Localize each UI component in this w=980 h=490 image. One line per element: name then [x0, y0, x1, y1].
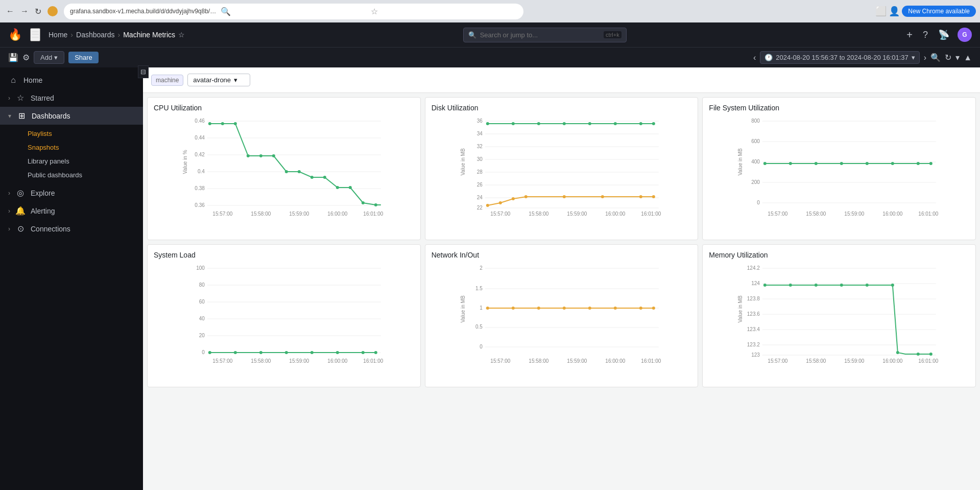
breadcrumb: Home › Dashboards › Machine Metrics ☆: [49, 31, 185, 39]
add-panel-button[interactable]: Add ▾: [34, 51, 64, 64]
address-bar[interactable]: grafana.sandbox-v1.mecha.build/d/ddvdyja…: [64, 4, 523, 19]
svg-text:15:57:00: 15:57:00: [212, 358, 232, 364]
svg-text:60: 60: [199, 299, 205, 305]
svg-text:15:58:00: 15:58:00: [806, 358, 826, 364]
prev-time-button[interactable]: ‹: [753, 53, 756, 62]
svg-text:15:59:00: 15:59:00: [289, 211, 309, 217]
sidebar-item-explore[interactable]: › ◎ Explore: [0, 184, 143, 202]
svg-point-15: [234, 122, 237, 125]
time-range-picker[interactable]: 🕐 2024-08-20 15:56:37 to 2024-08-20 16:0…: [760, 51, 920, 64]
svg-text:15:59:00: 15:59:00: [567, 211, 587, 217]
svg-point-134: [588, 307, 591, 310]
reload-button[interactable]: ↻: [33, 5, 43, 18]
secondary-toolbar: 💾 ⚙ Add ▾ Share ‹ 🕐 2024-08-20 15:56:37 …: [0, 47, 980, 67]
sidebar-item-dashboards[interactable]: ▾ ⊞ Dashboards: [0, 107, 143, 125]
search-input[interactable]: [463, 28, 627, 42]
svg-point-83: [815, 162, 818, 165]
sidebar-home-label: Home: [23, 76, 42, 84]
sidebar-item-public-dashboards[interactable]: Public dashboards: [23, 168, 135, 182]
connections-expand-icon: ›: [8, 225, 10, 232]
next-time-button[interactable]: ›: [924, 53, 926, 62]
svg-text:15:58:00: 15:58:00: [529, 358, 548, 364]
svg-text:15:59:00: 15:59:00: [289, 358, 309, 364]
svg-text:0.44: 0.44: [195, 135, 205, 141]
svg-text:600: 600: [751, 138, 760, 144]
favorite-icon[interactable]: ☆: [178, 31, 185, 39]
forward-button[interactable]: →: [18, 5, 31, 18]
share-button[interactable]: Share: [68, 52, 99, 63]
refresh-button[interactable]: ↻: [945, 53, 951, 62]
svg-text:1: 1: [480, 305, 483, 311]
svg-text:16:00:00: 16:00:00: [605, 211, 625, 217]
sidebar-item-home[interactable]: ⌂ Home: [0, 72, 143, 89]
svg-point-131: [511, 307, 514, 310]
sidebar-item-library-panels[interactable]: Library panels: [23, 154, 135, 168]
svg-text:0.5: 0.5: [475, 324, 483, 330]
sidebar-item-snapshots[interactable]: Snapshots: [23, 141, 135, 154]
panel-filesystem-title: File System Utilization: [709, 104, 969, 112]
sidebar-item-connections[interactable]: › ⊙ Connections: [0, 220, 143, 238]
back-button[interactable]: ←: [4, 5, 16, 18]
save-dashboard-button[interactable]: 💾: [8, 53, 18, 62]
svg-point-158: [763, 284, 767, 287]
variable-machine-select[interactable]: avatar-drone ▾: [187, 74, 250, 86]
svg-point-84: [840, 162, 843, 165]
svg-text:22: 22: [476, 205, 483, 211]
home-icon: ⌂: [8, 76, 18, 85]
chart-network: 2 1.5 1 0.5 0 Value in MB: [432, 263, 692, 381]
svg-point-88: [929, 162, 933, 165]
sidebar-dashboards-section: Playlists Snapshots Library panels Publi…: [0, 125, 143, 184]
svg-point-49: [486, 122, 489, 125]
breadcrumb-dashboards[interactable]: Dashboards: [76, 31, 115, 39]
time-range-value: 2024-08-20 15:56:37 to 2024-08-20 16:01:…: [776, 54, 909, 61]
svg-text:40: 40: [199, 316, 205, 321]
new-chrome-badge[interactable]: New Chrome available: [902, 6, 976, 17]
help-button[interactable]: ?: [921, 28, 930, 42]
menu-button[interactable]: ☰: [30, 28, 40, 41]
chart-filesystem: 800 600 400 200 0 Value in MB: [709, 116, 969, 234]
svg-point-53: [588, 122, 591, 125]
svg-point-55: [639, 122, 642, 125]
clock-icon: 🕐: [764, 54, 773, 61]
zoom-out-button[interactable]: 🔍: [930, 53, 941, 62]
sidebar-collapse-button[interactable]: ⊟: [138, 67, 143, 78]
chevron-down-icon: ▾: [54, 54, 58, 61]
breadcrumb-sep1: ›: [70, 31, 73, 39]
svg-text:15:58:00: 15:58:00: [251, 211, 271, 217]
svg-text:Value in MB: Value in MB: [737, 295, 743, 323]
avatar[interactable]: G: [958, 28, 972, 42]
plus-button[interactable]: +: [904, 27, 915, 43]
profile-button[interactable]: 👤: [889, 6, 900, 17]
svg-point-16: [247, 154, 250, 157]
sidebar-dashboards-label: Dashboards: [32, 112, 70, 120]
alerting-icon: 🔔: [15, 206, 26, 216]
svg-text:24: 24: [476, 195, 483, 200]
svg-point-136: [639, 307, 642, 310]
time-range-chevron: ▾: [912, 54, 915, 61]
browser-nav: ← → ↻: [4, 5, 60, 18]
url-text: grafana.sandbox-v1.mecha.build/d/ddvdyja…: [70, 8, 217, 15]
svg-text:15:58:00: 15:58:00: [529, 211, 548, 217]
svg-text:0.4: 0.4: [198, 169, 205, 174]
svg-point-63: [639, 195, 642, 198]
svg-point-21: [310, 176, 314, 179]
sidebar-item-starred[interactable]: › ☆ Starred: [0, 89, 143, 107]
refresh-interval-button[interactable]: ▾: [955, 53, 960, 62]
svg-point-20: [298, 170, 301, 173]
connections-icon: ⊙: [15, 224, 26, 234]
svg-text:800: 800: [751, 118, 760, 124]
variable-machine-chevron: ▾: [234, 76, 237, 84]
collapse-button[interactable]: ▲: [964, 53, 972, 62]
svg-point-161: [840, 284, 843, 287]
main-content: machine avatar-drone ▾ CPU Utilization: [143, 67, 980, 490]
sidebar-item-alerting[interactable]: › 🔔 Alerting: [0, 202, 143, 220]
variable-machine-value: avatar-drone: [193, 76, 231, 84]
notifications-button[interactable]: 📡: [936, 27, 951, 42]
svg-text:16:01:00: 16:01:00: [919, 358, 939, 364]
sidebar-item-playlists[interactable]: Playlists: [23, 127, 135, 141]
settings-button[interactable]: ⚙: [22, 53, 30, 62]
breadcrumb-home[interactable]: Home: [49, 31, 67, 39]
variable-machine-label: machine: [151, 75, 183, 86]
svg-point-113: [374, 351, 377, 354]
extensions-button[interactable]: ⬜: [875, 6, 887, 17]
